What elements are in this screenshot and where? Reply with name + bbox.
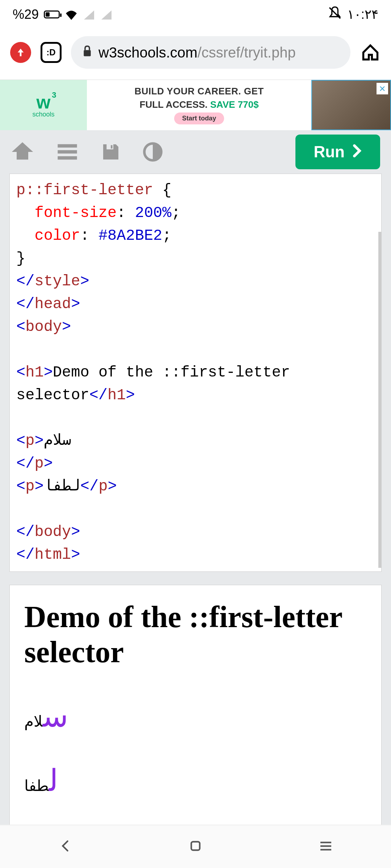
url-bar[interactable]: w3schools.com/cssref/tryit.php xyxy=(71,36,350,69)
code-line: </style> xyxy=(16,270,375,293)
code-line: } xyxy=(16,247,375,270)
ad-logo-letter: w3 xyxy=(37,92,51,113)
code-line: <h1>Demo of the ::first-letter selector<… xyxy=(16,361,375,407)
code-line: </body> xyxy=(16,521,375,544)
signal-icon-2 xyxy=(100,9,113,20)
run-label: Run xyxy=(314,143,345,161)
url-text: w3schools.com/cssref/tryit.php xyxy=(98,44,296,61)
output-heading: Demo of the ::first-letter selector xyxy=(24,600,367,669)
clock-time: ۱۰:۲۴ xyxy=(347,7,378,22)
status-left: %29 xyxy=(13,7,113,22)
svg-rect-1 xyxy=(58,144,77,148)
code-line xyxy=(16,407,375,430)
svg-rect-3 xyxy=(58,156,77,159)
code-line: font-size: 200%; xyxy=(16,202,375,225)
editor-toolbar: Run xyxy=(0,130,391,174)
save-icon[interactable] xyxy=(101,142,121,162)
battery-icon xyxy=(44,10,60,18)
output-paragraph-2: لطفا xyxy=(24,763,367,798)
ad-logo: w3 schools xyxy=(0,80,87,130)
code-line: </p> xyxy=(16,452,375,475)
menu-icon[interactable] xyxy=(56,140,79,163)
ad-image: × xyxy=(311,80,391,130)
browser-bar: :D w3schools.com/cssref/tryit.php xyxy=(0,29,391,76)
home-button[interactable] xyxy=(188,839,203,855)
lock-icon xyxy=(82,45,93,60)
url-path: /cssref/tryit.php xyxy=(197,44,295,60)
svg-rect-7 xyxy=(191,842,199,850)
svg-rect-2 xyxy=(58,150,77,153)
code-line: color: #8A2BE2; xyxy=(16,225,375,247)
theme-toggle-icon[interactable] xyxy=(143,142,163,162)
recent-apps-button[interactable] xyxy=(319,839,333,855)
url-host: w3schools.com xyxy=(98,44,197,60)
svg-rect-9 xyxy=(320,845,331,847)
code-line: <p>سلام xyxy=(16,430,375,452)
svg-rect-0 xyxy=(84,50,91,56)
svg-rect-10 xyxy=(320,849,331,850)
ad-banner[interactable]: w3 schools BUILD YOUR CAREER. GET FULL A… xyxy=(0,80,391,130)
back-button[interactable] xyxy=(58,839,72,855)
signal-icon-1 xyxy=(83,9,95,20)
code-line: </html> xyxy=(16,544,375,566)
alarm-off-icon xyxy=(328,6,342,24)
content-area: p::first-letter { font-size: 200%; color… xyxy=(0,174,391,868)
status-right: ۱۰:۲۴ xyxy=(328,6,378,24)
home-icon[interactable] xyxy=(11,140,34,163)
run-button[interactable]: Run xyxy=(295,135,380,169)
code-line: <body> xyxy=(16,316,375,339)
code-line: <p>لطفا</p> xyxy=(16,475,375,498)
status-bar: %29 ۱۰:۲۴ xyxy=(0,0,391,29)
tabs-label: :D xyxy=(46,47,55,58)
svg-rect-5 xyxy=(111,145,113,148)
code-line: p::first-letter { xyxy=(16,179,375,202)
ad-center: BUILD YOUR CAREER. GET FULL ACCESS. SAVE… xyxy=(87,80,311,130)
code-line xyxy=(16,339,375,361)
code-line: </head> xyxy=(16,293,375,316)
code-line xyxy=(16,498,375,521)
ad-close-button[interactable]: × xyxy=(377,83,388,94)
tabs-button[interactable]: :D xyxy=(41,42,62,63)
output-paragraph-1: سلام xyxy=(24,698,367,734)
opera-upload-icon[interactable] xyxy=(10,42,31,63)
ad-cta-button[interactable]: Start today xyxy=(174,112,224,124)
browser-home-button[interactable] xyxy=(360,43,381,62)
ad-headline-1: BUILD YOUR CAREER. GET xyxy=(134,86,264,97)
svg-rect-8 xyxy=(320,842,331,843)
battery-pct: %29 xyxy=(13,7,39,22)
system-nav-bar xyxy=(0,825,391,868)
chevron-right-icon xyxy=(352,143,362,161)
wifi-icon xyxy=(65,9,78,20)
ad-headline-2: FULL ACCESS. SAVE 770$ xyxy=(140,99,259,110)
code-editor[interactable]: p::first-letter { font-size: 200%; color… xyxy=(9,174,382,572)
